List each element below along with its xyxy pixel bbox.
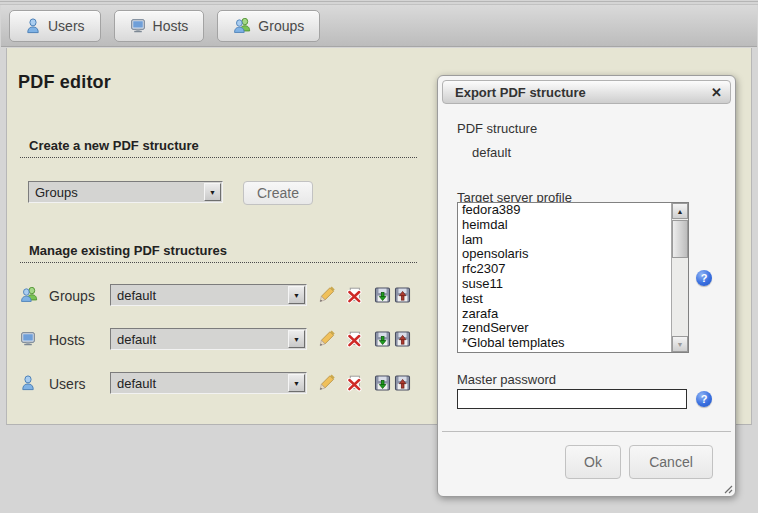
scroll-down-icon[interactable]: ▼: [672, 336, 688, 352]
dialog-buttons: Ok Cancel: [565, 445, 713, 479]
listbox-option[interactable]: rfc2307: [458, 262, 688, 277]
listbox-option[interactable]: test: [458, 292, 688, 307]
export-pdf-dialog: Export PDF structure ✕ PDF structure def…: [437, 75, 736, 497]
edit-icon[interactable]: [318, 374, 335, 392]
resize-handle-icon[interactable]: [721, 482, 733, 494]
users-structure-select-value: default: [111, 376, 287, 391]
chevron-down-icon[interactable]: ▼: [288, 286, 305, 304]
listbox-option[interactable]: *Global templates: [458, 336, 688, 351]
dialog-title: Export PDF structure: [455, 85, 586, 100]
dialog-titlebar[interactable]: Export PDF structure ✕: [442, 80, 731, 104]
scroll-up-icon[interactable]: ▲: [672, 203, 688, 219]
help-icon[interactable]: ?: [696, 270, 712, 286]
row-label: Groups: [49, 288, 95, 304]
users-structure-select[interactable]: default ▼: [110, 372, 307, 394]
listbox-option[interactable]: opensolaris: [458, 247, 688, 262]
target-server-listbox[interactable]: fedora389 heimdal lam opensolaris rfc230…: [457, 202, 689, 353]
structure-type-select-value: Groups: [29, 185, 203, 200]
listbox-scrollbar[interactable]: ▲ ▼: [671, 203, 688, 352]
import-icon[interactable]: [394, 286, 411, 304]
listbox-option[interactable]: zendServer: [458, 321, 688, 336]
groups-icon: [20, 287, 38, 303]
delete-icon[interactable]: [346, 330, 363, 348]
listbox-option[interactable]: lam: [458, 233, 688, 248]
row-label: Users: [49, 376, 86, 392]
tab-hosts-label: Hosts: [153, 18, 189, 34]
tab-bar: Users Hosts Groups: [1, 5, 757, 47]
import-icon[interactable]: [394, 374, 411, 392]
chevron-down-icon[interactable]: ▼: [288, 374, 305, 392]
chevron-down-icon[interactable]: ▼: [204, 183, 221, 201]
tab-groups[interactable]: Groups: [217, 10, 320, 42]
delete-icon[interactable]: [346, 374, 363, 392]
user-icon: [25, 18, 41, 34]
groups-structure-select[interactable]: default ▼: [110, 284, 307, 306]
ok-button[interactable]: Ok: [565, 445, 621, 479]
tab-users[interactable]: Users: [9, 10, 101, 42]
import-icon[interactable]: [394, 330, 411, 348]
pdf-structure-value: default: [472, 145, 511, 160]
delete-icon[interactable]: [346, 286, 363, 304]
pdf-structure-label: PDF structure: [457, 121, 537, 136]
user-icon: [20, 375, 36, 391]
edit-icon[interactable]: [318, 330, 335, 348]
dialog-divider: [442, 431, 731, 432]
export-icon[interactable]: [374, 286, 391, 304]
create-section-heading: Create a new PDF structure: [20, 138, 417, 158]
master-password-input[interactable]: [457, 389, 687, 409]
edit-icon[interactable]: [318, 286, 335, 304]
close-icon[interactable]: ✕: [711, 86, 722, 99]
frame-top-line: [0, 1, 758, 2]
host-icon: [20, 331, 36, 347]
chevron-down-icon[interactable]: ▼: [288, 330, 305, 348]
groups-structure-select-value: default: [111, 288, 287, 303]
scrollbar-thumb[interactable]: [672, 220, 688, 258]
listbox-option[interactable]: fedora389: [458, 203, 688, 218]
page-title: PDF editor: [18, 72, 111, 93]
host-icon: [130, 18, 146, 34]
export-icon[interactable]: [374, 330, 391, 348]
manage-section-heading: Manage existing PDF structures: [20, 243, 417, 263]
listbox-option[interactable]: heimdal: [458, 218, 688, 233]
structure-type-select[interactable]: Groups ▼: [28, 181, 223, 203]
hosts-structure-select[interactable]: default ▼: [110, 328, 307, 350]
tab-groups-label: Groups: [258, 18, 304, 34]
export-icon[interactable]: [374, 374, 391, 392]
tab-hosts[interactable]: Hosts: [114, 10, 205, 42]
cancel-button[interactable]: Cancel: [629, 445, 713, 479]
listbox-option[interactable]: zarafa: [458, 307, 688, 322]
listbox-option[interactable]: suse11: [458, 277, 688, 292]
help-icon[interactable]: ?: [696, 391, 712, 407]
groups-icon: [233, 18, 251, 34]
master-password-label: Master password: [457, 372, 556, 387]
create-button[interactable]: Create: [243, 181, 313, 205]
tab-users-label: Users: [48, 18, 85, 34]
hosts-structure-select-value: default: [111, 332, 287, 347]
row-label: Hosts: [49, 332, 85, 348]
